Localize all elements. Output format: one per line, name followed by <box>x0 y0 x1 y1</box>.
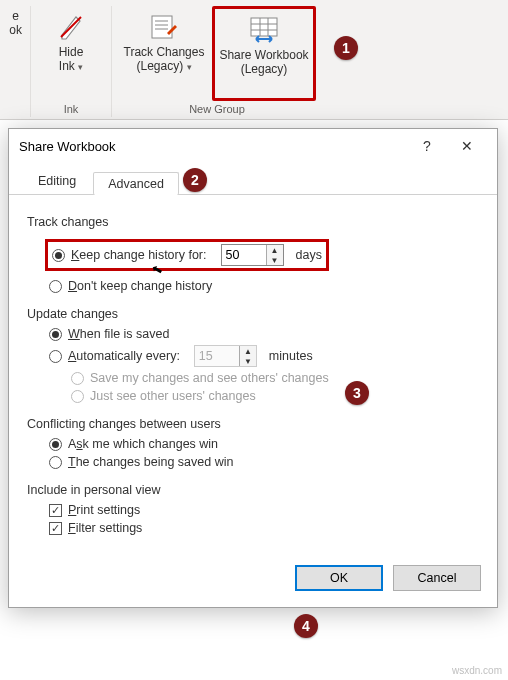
keep-history-label: Keep change history for: <box>71 248 207 262</box>
save-my-changes-label: Save my changes and see others' changes <box>90 371 329 385</box>
keep-rest: eep change history for: <box>79 248 206 262</box>
group-label-ink: Ink <box>64 101 79 117</box>
auto-rest: utomatically every: <box>76 349 180 363</box>
partial-label-2: ok <box>9 23 22 37</box>
filter-settings-label: Filter settings <box>68 521 142 535</box>
share-l1: Share Workbook <box>219 48 308 62</box>
being-rest: he changes being saved win <box>76 455 234 469</box>
section-track-changes: Track changes <box>27 215 479 229</box>
spin-down-icon[interactable]: ▼ <box>267 255 283 265</box>
pen-slash-icon <box>55 10 87 42</box>
when-rest: hen file is saved <box>80 327 170 341</box>
hide-ink-l2: Ink <box>59 59 75 73</box>
track-l1: Track Changes <box>124 45 205 59</box>
marker-4: 4 <box>294 614 318 638</box>
auto-every-spinner: ▲▼ <box>194 345 257 367</box>
tab-advanced[interactable]: Advanced <box>93 172 179 195</box>
when-saved-row: When file is saved <box>49 327 479 341</box>
cancel-button[interactable]: Cancel <box>393 565 481 591</box>
marker-1: 1 <box>334 36 358 60</box>
help-button[interactable]: ? <box>407 138 447 154</box>
ribbon-button-partial[interactable]: eok <box>2 6 24 101</box>
dialog-body: Track changes Keep change history for: ▲… <box>9 195 497 553</box>
dont-keep-radio[interactable] <box>49 280 62 293</box>
just-see-row: Just see other users' changes <box>71 389 479 403</box>
dialog-title: Share Workbook <box>19 139 407 154</box>
tab-editing[interactable]: Editing <box>21 167 93 194</box>
filter-rest: ilter settings <box>76 521 143 535</box>
spin-down-icon: ▼ <box>240 356 256 366</box>
share-workbook-button[interactable]: Share Workbook(Legacy) <box>212 6 316 101</box>
being-saved-label: The changes being saved win <box>68 455 233 469</box>
dialog-footer: OK Cancel <box>9 553 497 607</box>
dont-u: D <box>68 279 77 293</box>
group-label-partial <box>11 101 14 117</box>
being-saved-radio[interactable] <box>49 456 62 469</box>
keep-history-spinner[interactable]: ▲▼ <box>221 244 284 266</box>
auto-every-row: Automatically every: ▲▼ minutes <box>49 345 479 367</box>
spin-up-icon: ▲ <box>240 346 256 356</box>
watermark: wsxdn.com <box>452 665 502 676</box>
share-l2: (Legacy) <box>241 62 288 76</box>
dont-keep-label: Don't keep change history <box>68 279 212 293</box>
ask-me-label: Ask me which changes win <box>68 437 218 451</box>
chevron-down-icon: ▾ <box>78 62 83 72</box>
close-button[interactable]: ✕ <box>447 138 487 154</box>
chevron-down-icon: ▾ <box>187 62 192 72</box>
marker-3: 3 <box>345 381 369 405</box>
filter-settings-row: Filter settings <box>49 521 479 535</box>
cursor-icon: ⬉ <box>150 261 165 278</box>
keep-history-input[interactable] <box>222 245 266 265</box>
ribbon-group-ink: HideInk ▾ Ink <box>31 6 112 117</box>
group-label-new: New Group <box>189 101 245 117</box>
save-my-changes-row: Save my changes and see others' changes <box>71 371 479 385</box>
being-saved-row: The changes being saved win <box>49 455 479 469</box>
when-saved-label: When file is saved <box>68 327 169 341</box>
section-update-changes: Update changes <box>27 307 479 321</box>
auto-every-input <box>195 346 239 366</box>
track-changes-icon <box>148 10 180 42</box>
keep-history-radio[interactable] <box>52 249 65 262</box>
track-changes-button[interactable]: Track Changes(Legacy) ▾ <box>118 6 210 101</box>
partial-label-1: e <box>12 9 19 23</box>
save-my-changes-radio <box>71 372 84 385</box>
ask-me-row: Ask me which changes win <box>49 437 479 451</box>
ask-me-radio[interactable] <box>49 438 62 451</box>
just-see-label: Just see other users' changes <box>90 389 256 403</box>
ask-after: k me which changes win <box>83 437 218 451</box>
being-u: T <box>68 455 76 469</box>
ribbon: eok HideInk ▾ Ink Track Changes(Legacy) … <box>0 0 508 120</box>
print-settings-row: Print settings <box>49 503 479 517</box>
tabs: Editing Advanced 2 <box>9 163 497 195</box>
auto-every-label: Automatically every: <box>68 349 180 363</box>
print-settings-checkbox[interactable] <box>49 504 62 517</box>
just-see-radio <box>71 390 84 403</box>
when-u: W <box>68 327 80 341</box>
share-workbook-dialog: Share Workbook ? ✕ Editing Advanced 2 Tr… <box>8 128 498 608</box>
minutes-label: minutes <box>269 349 313 363</box>
ok-button[interactable]: OK <box>295 565 383 591</box>
svg-rect-5 <box>251 18 277 36</box>
keep-history-row: Keep change history for: ▲▼ days ⬉ <box>45 239 329 271</box>
days-label: days <box>296 248 322 262</box>
print-rest: rint settings <box>76 503 140 517</box>
filter-u: F <box>68 521 76 535</box>
hide-ink-button[interactable]: HideInk ▾ <box>37 6 105 101</box>
auto-every-radio[interactable] <box>49 350 62 363</box>
dont-keep-row: Don't keep change history <box>49 279 479 293</box>
dont-rest: on't keep change history <box>77 279 212 293</box>
hide-ink-l1: Hide <box>59 45 84 59</box>
filter-settings-checkbox[interactable] <box>49 522 62 535</box>
track-l2: (Legacy) <box>136 59 183 73</box>
svg-line-0 <box>61 17 81 37</box>
spin-up-icon[interactable]: ▲ <box>267 245 283 255</box>
titlebar: Share Workbook ? ✕ <box>9 129 497 163</box>
section-include: Include in personal view <box>27 483 479 497</box>
marker-2: 2 <box>183 168 207 192</box>
section-conflicting: Conflicting changes between users <box>27 417 479 431</box>
ribbon-group-new: Track Changes(Legacy) ▾ Share Workbook(L… <box>112 6 322 117</box>
when-saved-radio[interactable] <box>49 328 62 341</box>
ribbon-group-partial: eok <box>2 6 31 117</box>
share-workbook-icon <box>248 13 280 45</box>
print-settings-label: Print settings <box>68 503 140 517</box>
